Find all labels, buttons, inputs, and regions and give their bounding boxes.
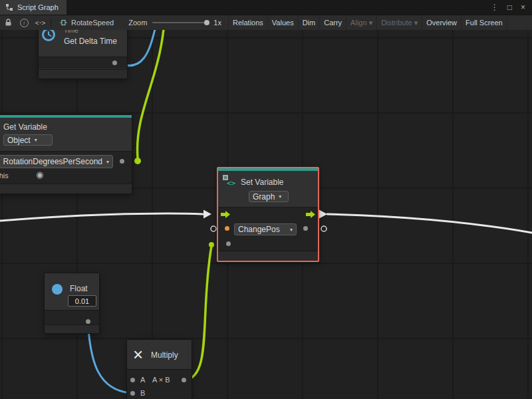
carry-button[interactable]: Carry: [319, 15, 346, 30]
zoom-slider[interactable]: [152, 22, 209, 23]
port-result-output[interactable]: [182, 378, 186, 382]
dim-button[interactable]: Dim: [298, 15, 320, 30]
node-footer: [39, 69, 127, 78]
node-category: Time: [64, 29, 78, 34]
node-footer: [0, 184, 132, 194]
port-green-endpoint[interactable]: [134, 158, 141, 164]
set-variable-icon: <>: [221, 173, 236, 188]
chevron-down-icon: ▾: [279, 194, 281, 200]
zoom-slider-handle[interactable]: [204, 20, 209, 25]
node-get-variable[interactable]: Get Variable Object ▾ RotationDegreesPer…: [0, 114, 132, 194]
tab-bar: Script Graph ⋮ □ ×: [0, 0, 532, 15]
flow-out-arrow-icon[interactable]: [305, 210, 316, 219]
info-button[interactable]: i: [16, 15, 32, 30]
port-delta-output[interactable]: [112, 61, 117, 65]
maximize-icon[interactable]: □: [507, 3, 512, 12]
code-icon: <·>: [35, 19, 45, 27]
port-b-input[interactable]: [130, 391, 135, 396]
port-variable-input[interactable]: [225, 226, 229, 231]
graph-toolbar: i <·> RotateSpeed Zoom 1x Relations Valu…: [0, 15, 532, 30]
node-title: Get Variable: [3, 122, 47, 132]
script-graph-icon: [5, 3, 13, 11]
port-a-label: A: [140, 376, 145, 384]
flow-in-arrow-icon[interactable]: [220, 210, 231, 219]
node-ports: [45, 310, 99, 325]
relations-button[interactable]: Relations: [228, 15, 267, 30]
graph-breadcrumb[interactable]: RotateSpeed: [54, 19, 119, 27]
align-button: Align ▾: [346, 15, 376, 30]
svg-text:<>: <>: [227, 179, 236, 188]
variable-name: RotationDegreesPerSecond: [3, 157, 102, 166]
zoom-value: 1x: [213, 19, 221, 27]
unity-editor-window: Script Graph ⋮ □ × i <·> RotateSpee: [0, 0, 532, 399]
clock-icon: [41, 29, 56, 42]
port-float-output[interactable]: [86, 319, 90, 324]
lock-icon: [5, 19, 12, 27]
zoom-label: Zoom: [128, 19, 147, 27]
port-a-input[interactable]: [130, 378, 135, 382]
wire-flow-right: [327, 214, 532, 233]
variable-name-dropdown[interactable]: ChangePos ▾: [234, 223, 297, 235]
zoom-control: Zoom 1x: [128, 19, 224, 27]
node-title: Multiply: [151, 350, 178, 360]
port-b-label: B: [140, 389, 145, 397]
graph-name: RotateSpeed: [71, 19, 114, 27]
variable-scope-dropdown[interactable]: Graph ▾: [249, 191, 289, 202]
port-variable-output[interactable]: [120, 159, 124, 164]
float-value: 0.01: [75, 297, 89, 305]
scope-value: Object: [7, 136, 31, 145]
scope-value: Graph: [253, 192, 275, 201]
port-value-right[interactable]: [321, 226, 327, 231]
tab-script-graph[interactable]: Script Graph: [0, 0, 66, 15]
node-set-variable[interactable]: <> Set Variable Graph ▾ ChangePos ▾: [217, 167, 319, 262]
port-value-output[interactable]: [303, 226, 308, 231]
variable-stripe: [0, 115, 132, 118]
flow-input-arrow-icon[interactable]: [203, 210, 211, 219]
node-get-delta-time[interactable]: Time Get Delta Time: [38, 29, 128, 79]
graph-asset-icon: [59, 19, 68, 26]
node-title: Get Delta Time: [64, 37, 117, 46]
values-button[interactable]: Values: [267, 15, 298, 30]
window-controls: ⋮ □ ×: [491, 0, 532, 15]
float-value-field[interactable]: 0.01: [68, 295, 96, 307]
multiply-icon: ×: [133, 346, 143, 363]
node-multiply[interactable]: × Multiply A A × B B: [126, 339, 192, 399]
toolbar-divider: [51, 18, 51, 27]
variable-scope-dropdown[interactable]: Object ▾: [3, 134, 53, 146]
info-icon: i: [20, 19, 29, 27]
code-view-button[interactable]: <·>: [32, 15, 48, 30]
port-value-left[interactable]: [211, 226, 216, 231]
close-icon[interactable]: ×: [521, 3, 525, 12]
node-float[interactable]: Float 0.01: [44, 273, 100, 334]
target-label: This: [0, 172, 9, 180]
toolbar-buttons: Relations Values Dim Carry Align ▾ Distr…: [228, 15, 507, 30]
variable-name-dropdown[interactable]: RotationDegreesPerSecond ▾: [0, 155, 113, 168]
target-icon[interactable]: ◉: [36, 170, 43, 180]
node-footer: [218, 251, 318, 261]
node-footer: [45, 325, 99, 333]
wire-flow-left: [0, 213, 203, 221]
distribute-button: Distribute ▾: [376, 15, 422, 30]
port-green-endpoint-2[interactable]: [209, 242, 214, 247]
float-icon: [52, 284, 63, 295]
result-label: A × B: [152, 376, 170, 384]
node-ports: [127, 369, 192, 399]
lock-button[interactable]: [0, 15, 16, 30]
variable-name: ChangePos: [238, 225, 280, 234]
tab-title: Script Graph: [17, 3, 59, 11]
chevron-down-icon: ▾: [290, 227, 293, 233]
overview-button[interactable]: Overview: [422, 15, 461, 30]
node-title: Set Variable: [241, 178, 283, 187]
node-title: Float: [70, 284, 88, 293]
wire-green-top: [138, 29, 164, 158]
fullscreen-button[interactable]: Full Screen: [461, 15, 507, 30]
chevron-down-icon: ▾: [106, 159, 109, 165]
graph-canvas[interactable]: Time Get Delta Time Get Variable Object …: [0, 29, 532, 399]
flow-output-arrow-icon[interactable]: [319, 210, 327, 219]
menu-icon[interactable]: ⋮: [491, 3, 499, 12]
chevron-down-icon: ▾: [35, 137, 37, 143]
variable-stripe: [218, 168, 318, 171]
port-new-value-input[interactable]: [226, 241, 231, 246]
